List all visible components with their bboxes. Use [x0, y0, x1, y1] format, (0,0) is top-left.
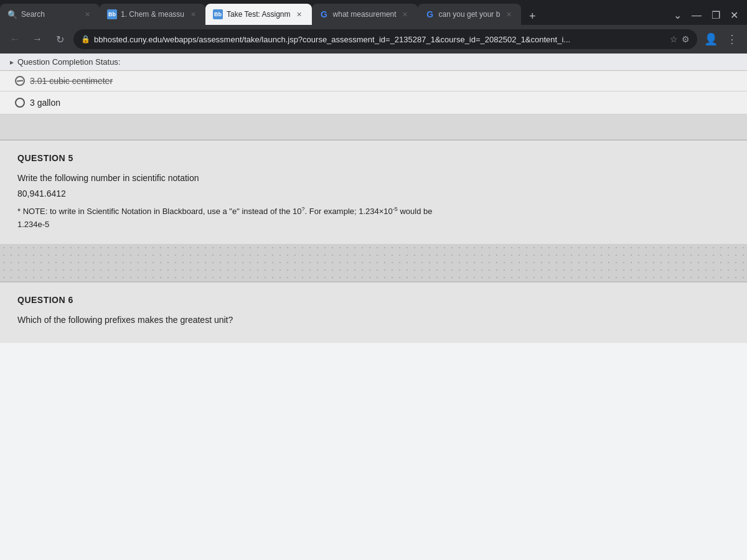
tab-can-you-get-close[interactable]: ✕ [504, 9, 514, 19]
tab-what-measurement-label: what measurement [333, 10, 397, 19]
lock-icon: 🔒 [81, 35, 90, 44]
note-sup-2: -5 [393, 206, 398, 212]
page-content: ▸ Question Completion Status: 3.01 cubic… [0, 54, 747, 560]
question-5-note: * NOTE: to write in Scientific Notation … [17, 205, 730, 231]
url-text: bbhosted.cuny.edu/webapps/assessment/tak… [94, 35, 664, 44]
tab-can-you-get-label: can you get your b [439, 10, 500, 19]
tab-chem-close[interactable]: ✕ [188, 9, 198, 19]
minimize-btn[interactable]: — [688, 9, 705, 22]
tab-take-test-label: Take Test: Assignm [227, 10, 291, 19]
forward-button[interactable]: → [29, 30, 46, 48]
spacer-1 [0, 114, 747, 139]
url-bar[interactable]: 🔒 bbhosted.cuny.edu/webapps/assessment/t… [73, 29, 697, 49]
prev-answer-text: 3.01 cubic centimeter [30, 76, 113, 86]
tab-take-test-close[interactable]: ✕ [294, 9, 304, 19]
gallon-option: 3 gallon [0, 91, 747, 114]
new-tab-button[interactable]: + [524, 7, 541, 25]
note-line2: 1.234e-5 [17, 220, 49, 229]
back-button[interactable]: ← [6, 30, 24, 48]
menu-btn[interactable]: ⋮ [723, 30, 741, 48]
question-5-number: QUESTION 5 [17, 153, 730, 163]
question-6-text: Which of the following prefixes makes th… [17, 314, 730, 327]
google-icon-2: G [425, 9, 435, 19]
radio-gallon-circle[interactable] [15, 98, 25, 108]
prev-answer-option: 3.01 cubic centimeter [0, 71, 747, 91]
close-browser-btn[interactable]: ✕ [726, 8, 742, 22]
question-5-section: QUESTION 5 Write the following number in… [0, 139, 747, 244]
strikethrough-radio-group: 3.01 cubic centimeter [15, 76, 113, 86]
search-icon: 🔍 [7, 9, 17, 19]
address-bar: ← → ↻ 🔒 bbhosted.cuny.edu/webapps/assess… [0, 25, 747, 54]
completion-status-bar: ▸ Question Completion Status: [0, 54, 747, 71]
radio-strikethrough-circle[interactable] [15, 76, 25, 86]
tab-what-measurement[interactable]: G what measurement ✕ [312, 4, 418, 25]
completion-status-label: Question Completion Status: [17, 57, 120, 67]
note-suffix: would be [398, 207, 433, 216]
extensions-icon[interactable]: ⚙ [682, 34, 690, 44]
question-5-value: 80,941.6412 [17, 189, 730, 198]
google-icon-1: G [319, 9, 329, 19]
browser-chrome: 🔍 Search ✕ Bb 1. Chem & meassu ✕ Bb Take… [0, 0, 747, 54]
quiz-body: 3.01 cubic centimeter 3 gallon QUESTION … [0, 71, 747, 343]
tab-bar: 🔍 Search ✕ Bb 1. Chem & meassu ✕ Bb Take… [0, 0, 747, 25]
tab-bar-controls: ⌄ — ❐ ✕ [670, 8, 747, 25]
tab-take-test[interactable]: Bb Take Test: Assignm ✕ [205, 4, 312, 25]
tab-can-you-get[interactable]: G can you get your b ✕ [418, 4, 522, 25]
question-6-number: QUESTION 6 [17, 295, 730, 305]
tab-chem[interactable]: Bb 1. Chem & meassu ✕ [100, 4, 205, 25]
reload-button[interactable]: ↻ [51, 30, 68, 48]
question-6-section: QUESTION 6 Which of the following prefix… [0, 281, 747, 343]
address-bar-controls: 👤 ⋮ [702, 30, 741, 48]
tab-dropdown-btn[interactable]: ⌄ [670, 8, 685, 22]
tab-what-measurement-close[interactable]: ✕ [400, 9, 410, 19]
profile-btn[interactable]: 👤 [702, 30, 720, 48]
tab-search[interactable]: 🔍 Search ✕ [0, 4, 100, 25]
question-5-text: Write the following number in scientific… [17, 172, 730, 185]
completion-arrow-icon: ▸ [10, 58, 14, 67]
restore-btn[interactable]: ❐ [708, 8, 724, 22]
bb-icon-take-test: Bb [213, 9, 223, 19]
note-middle: . For example; 1.234×10 [305, 207, 393, 216]
tab-search-label: Search [21, 10, 78, 19]
spacer-2 [0, 244, 747, 281]
bb-icon-chem: Bb [107, 9, 117, 19]
tab-search-close[interactable]: ✕ [82, 9, 92, 19]
gallon-option-text: 3 gallon [30, 98, 60, 108]
bookmark-icon[interactable]: ☆ [670, 34, 678, 44]
note-prefix: * NOTE: to write in Scientific Notation … [17, 207, 302, 216]
tab-chem-label: 1. Chem & meassu [121, 10, 184, 19]
